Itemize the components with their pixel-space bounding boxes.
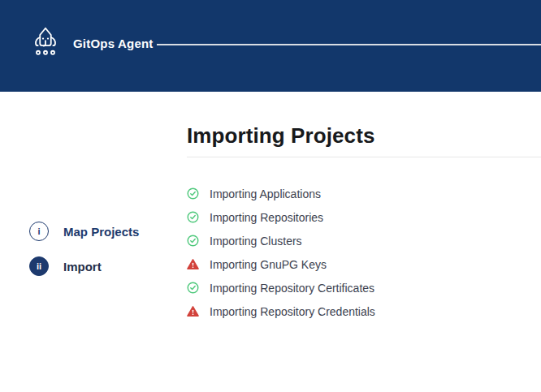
- step-import[interactable]: ii Import: [29, 256, 102, 276]
- app-window: GitOps Agent i Map Projects ii Import Im…: [0, 0, 541, 392]
- step-1-indicator: i: [29, 222, 49, 241]
- wizard-sidebar: i Map Projects ii Import: [0, 92, 187, 392]
- import-status-label: Importing Repository Credentials: [210, 305, 375, 318]
- step-map-projects[interactable]: i Map Projects: [29, 222, 139, 241]
- brand: [31, 26, 60, 58]
- import-status-row: Importing Repositories: [187, 205, 541, 229]
- import-status-row: Importing Repository Credentials: [187, 299, 541, 323]
- argo-squid-icon: [31, 26, 60, 58]
- warning-triangle-icon: [187, 305, 199, 317]
- check-circle-icon: [187, 282, 199, 294]
- import-status-label: Importing Clusters: [210, 235, 302, 248]
- check-circle-icon: [187, 187, 199, 200]
- import-status-row: Importing Applications: [187, 182, 541, 205]
- import-status-row: Importing Clusters: [187, 229, 541, 252]
- import-status-label: Importing Applications: [210, 187, 321, 200]
- header-divider: [157, 44, 541, 45]
- import-status-label: Importing Repositories: [210, 211, 323, 224]
- import-status-row: Importing Repository Certificates: [187, 276, 541, 299]
- check-circle-icon: [187, 235, 199, 247]
- page-title: Importing Projects: [187, 123, 375, 149]
- import-status-label: Importing GnuPG Keys: [210, 258, 327, 271]
- app-title: GitOps Agent: [73, 37, 154, 50]
- warning-triangle-icon: [187, 258, 199, 270]
- step-2-label: Import: [63, 260, 102, 274]
- title-divider: [187, 157, 541, 157]
- check-circle-icon: [187, 211, 199, 223]
- step-1-label: Map Projects: [63, 225, 139, 239]
- main-content: Importing Projects Importing Application…: [187, 92, 541, 392]
- import-status-list: Importing Applications Importing Reposit…: [187, 182, 541, 323]
- step-2-indicator: ii: [29, 256, 49, 276]
- app-header: GitOps Agent: [0, 0, 541, 92]
- import-status-label: Importing Repository Certificates: [210, 282, 374, 295]
- import-status-row: Importing GnuPG Keys: [187, 252, 541, 276]
